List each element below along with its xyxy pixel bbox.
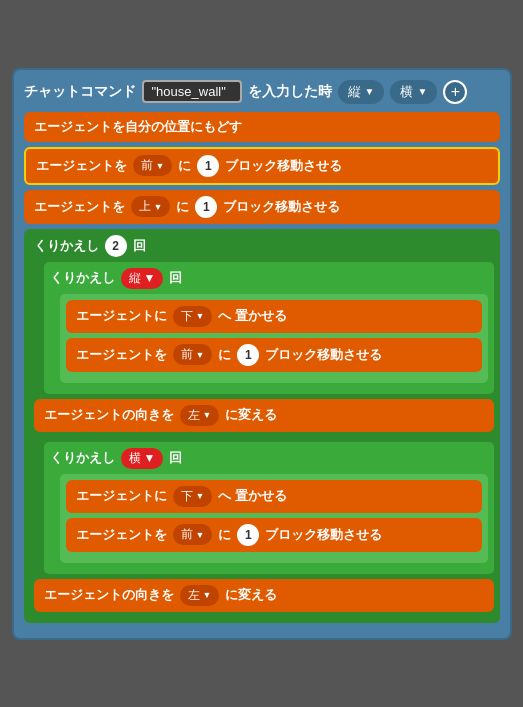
direction-arrow: ▼ (156, 161, 165, 171)
block-up-suffix: ブロック移動させる (223, 198, 340, 216)
blocks-area: エージェントを自分の位置にもどす エージェントを 前 ▼ に 1 ブロック移動さ… (24, 112, 500, 628)
direction-dropdown-mae[interactable]: 前 ▼ (133, 155, 173, 176)
move-suffix-1: ブロック移動させる (265, 346, 382, 364)
block-move-forward-selected[interactable]: エージェントを 前 ▼ に 1 ブロック移動させる (24, 147, 500, 185)
block-up-prefix: エージェントを (34, 198, 125, 216)
dir-change-arrow-1: ▼ (203, 410, 212, 420)
outer-loop: くりかえし 2 回 くりかえし 縦 ▼ 回 エージェ (24, 229, 500, 623)
block-reset-position[interactable]: エージェントを自分の位置にもどす (24, 112, 500, 142)
block-dir-change-1[interactable]: エージェントの向きを 左 ▼ に変える (34, 399, 494, 432)
dir-change-suffix-1: に変える (225, 406, 277, 424)
block-move-suffix: ブロック移動させる (225, 157, 342, 175)
dir-change-dropdown-1[interactable]: 左 ▼ (180, 405, 220, 426)
block-num-1[interactable]: 1 (197, 155, 219, 177)
dir-change-arrow-2: ▼ (203, 590, 212, 600)
yoko-dropdown-arrow: ▼ (417, 86, 427, 97)
place-dir-arrow-2: ▼ (196, 491, 205, 501)
block-move-yoko[interactable]: エージェントを 前 ▼ に 1 ブロック移動させる (66, 518, 482, 552)
inner-loop-tate-header: くりかえし 縦 ▼ 回 (50, 268, 488, 289)
move-mid-1: に (218, 346, 231, 364)
command-input[interactable]: "house_wall" (142, 80, 242, 103)
dir-change-suffix-2: に変える (225, 586, 277, 604)
block-place-tate[interactable]: エージェントに 下 ▼ へ 置かせる (66, 300, 482, 333)
main-container: チャットコマンド "house_wall" を入力した時 縦 ▼ 横 ▼ + エ… (12, 68, 512, 640)
inner-loop-yoko-header: くりかえし 横 ▼ 回 (50, 448, 488, 469)
outer-loop-suffix: 回 (133, 237, 146, 255)
dir-change-text-2: エージェントの向きを (44, 586, 174, 604)
direction-dropdown-ue[interactable]: 上 ▼ (131, 196, 171, 217)
block-move-up[interactable]: エージェントを 上 ▼ に 1 ブロック移動させる (24, 190, 500, 224)
yoko-dropdown[interactable]: 横 ▼ (390, 80, 437, 104)
move-suffix-2: ブロック移動させる (265, 526, 382, 544)
move-dir-dropdown-1[interactable]: 前 ▼ (173, 344, 213, 365)
inner-loop-yoko-blocks: エージェントに 下 ▼ へ 置かせる エージェントを 前 ▼ (60, 474, 488, 563)
tate-var-dropdown[interactable]: 縦 ▼ (121, 268, 164, 289)
dir-change-text-1: エージェントの向きを (44, 406, 174, 424)
inner-loop-yoko: くりかえし 横 ▼ 回 エージェントに 下 ▼ へ (44, 442, 494, 574)
block-place-yoko[interactable]: エージェントに 下 ▼ へ 置かせる (66, 480, 482, 513)
inner-loop2-suffix: 回 (169, 449, 182, 467)
place-dir-arrow-1: ▼ (196, 311, 205, 321)
block-up-mid: に (176, 198, 189, 216)
move-dir-arrow-2: ▼ (196, 530, 205, 540)
block-move-tate[interactable]: エージェントを 前 ▼ に 1 ブロック移動させる (66, 338, 482, 372)
inner-loop1-label: くりかえし (50, 269, 115, 287)
block-reset-text: エージェントを自分の位置にもどす (34, 118, 242, 136)
tate-dropdown-arrow: ▼ (365, 86, 375, 97)
move-num-2[interactable]: 1 (237, 524, 259, 546)
yoko-var-arrow: ▼ (144, 451, 156, 465)
inner-loop-tate-blocks: エージェントに 下 ▼ へ 置かせる エージェントを 前 ▼ (60, 294, 488, 383)
place-prefix-1: エージェントに (76, 307, 167, 325)
place-suffix-1: へ 置かせる (218, 307, 287, 325)
direction-arrow-2: ▼ (154, 202, 163, 212)
chat-command-label: チャットコマンド (24, 83, 136, 101)
move-prefix-1: エージェントを (76, 346, 167, 364)
inner-loop-tate: くりかえし 縦 ▼ 回 エージェントに 下 ▼ (44, 262, 494, 394)
place-dir-dropdown-1[interactable]: 下 ▼ (173, 306, 213, 327)
header-row: チャットコマンド "house_wall" を入力した時 縦 ▼ 横 ▼ + (24, 80, 500, 104)
block-move-mid: に (178, 157, 191, 175)
block-dir-change-2[interactable]: エージェントの向きを 左 ▼ に変える (34, 579, 494, 612)
move-dir-arrow-1: ▼ (196, 350, 205, 360)
place-suffix-2: へ 置かせる (218, 487, 287, 505)
tate-dropdown[interactable]: 縦 ▼ (338, 80, 385, 104)
inner-loop2-label: くりかえし (50, 449, 115, 467)
move-dir-dropdown-2[interactable]: 前 ▼ (173, 524, 213, 545)
dir-change-dropdown-2[interactable]: 左 ▼ (180, 585, 220, 606)
move-mid-2: に (218, 526, 231, 544)
move-prefix-2: エージェントを (76, 526, 167, 544)
block-num-2[interactable]: 1 (195, 196, 217, 218)
outer-loop-count[interactable]: 2 (105, 235, 127, 257)
add-button[interactable]: + (443, 80, 467, 104)
block-move-prefix: エージェントを (36, 157, 127, 175)
place-dir-dropdown-2[interactable]: 下 ▼ (173, 486, 213, 507)
input-trigger-label: を入力した時 (248, 83, 332, 101)
yoko-var-dropdown[interactable]: 横 ▼ (121, 448, 164, 469)
place-prefix-2: エージェントに (76, 487, 167, 505)
move-num-1[interactable]: 1 (237, 344, 259, 366)
tate-var-arrow: ▼ (144, 271, 156, 285)
outer-loop-header: くりかえし 2 回 (34, 235, 494, 257)
inner-loop1-suffix: 回 (169, 269, 182, 287)
outer-loop-label: くりかえし (34, 237, 99, 255)
